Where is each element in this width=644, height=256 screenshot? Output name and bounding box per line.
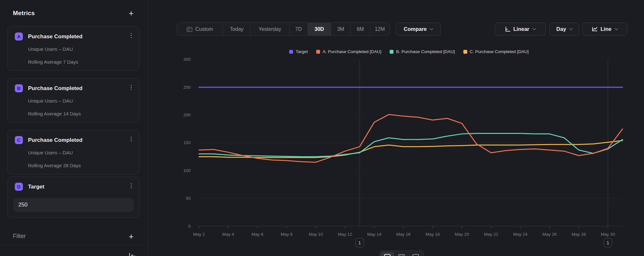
chevron-down-icon (614, 26, 618, 30)
svg-text:150: 150 (183, 140, 191, 145)
split-view-icon (398, 254, 405, 256)
range-30d[interactable]: 30D (308, 23, 331, 35)
metric-title: Purchase Completed (28, 137, 82, 143)
svg-text:May 14: May 14 (367, 232, 382, 237)
range-12m[interactable]: 12M (370, 23, 389, 35)
kebab-menu-icon[interactable] (129, 137, 133, 143)
range-7d[interactable]: 7D (289, 23, 308, 35)
granularity-button[interactable]: Day (549, 23, 579, 36)
collapse-sidebar-icon[interactable] (128, 252, 137, 256)
svg-text:0: 0 (188, 224, 191, 229)
svg-text:May 4: May 4 (222, 232, 234, 237)
range-3m[interactable]: 3M (331, 23, 351, 35)
range-today[interactable]: Today (223, 23, 251, 35)
chart-type-label: Line (601, 26, 611, 32)
series-line[interactable] (199, 133, 622, 157)
line-chart-icon (592, 27, 598, 32)
metric-title: Purchase Completed (28, 33, 82, 40)
svg-text:200: 200 (183, 113, 191, 117)
filter-label: Filter (13, 233, 26, 240)
svg-text:May 12: May 12 (338, 232, 352, 237)
sidebar-title: Metrics (13, 10, 35, 17)
svg-text:May 2: May 2 (193, 232, 205, 237)
chart-type-button[interactable]: Line (582, 23, 627, 36)
chart-view-icon (384, 254, 391, 256)
sidebar-divider (0, 245, 148, 245)
metric-measure: Unique Users – DAU (28, 46, 73, 52)
metric-card-a[interactable]: A Purchase Completed Unique Users – DAU … (7, 26, 139, 71)
kebab-menu-icon[interactable] (129, 85, 133, 91)
metric-card-c[interactable]: C Purchase Completed Unique Users – DAU … (7, 130, 139, 174)
svg-text:50: 50 (186, 196, 191, 201)
view-split-tab[interactable] (395, 252, 408, 256)
svg-text:May 10: May 10 (309, 232, 323, 237)
svg-text:May 30: May 30 (601, 232, 615, 237)
metric-card-b[interactable]: B Purchase Completed Unique Users – DAU … (7, 78, 139, 123)
view-chart-tab[interactable] (381, 252, 394, 256)
calendar-icon (187, 27, 192, 32)
metric-transform: Rolling Average 7 Days (28, 59, 78, 65)
svg-text:May 8: May 8 (281, 232, 293, 237)
metrics-sidebar: Metrics + A Purchase Completed Unique Us… (0, 0, 148, 256)
svg-text:May 22: May 22 (484, 232, 498, 237)
granularity-label: Day (556, 26, 566, 32)
compare-button[interactable]: Compare (396, 23, 441, 36)
kebab-menu-icon[interactable] (129, 183, 133, 190)
range-6m[interactable]: 6M (351, 23, 370, 35)
target-value-input[interactable] (13, 198, 134, 212)
scale-label: Linear (513, 26, 529, 32)
view-table-tab[interactable] (409, 252, 422, 256)
series-line[interactable] (199, 141, 622, 158)
axis-icon (505, 27, 510, 32)
range-yesterday[interactable]: Yesterday (251, 23, 289, 35)
chevron-down-icon (569, 26, 573, 30)
metric-transform: Rolling Average 14 Days (28, 111, 81, 116)
svg-text:May 26: May 26 (542, 232, 556, 237)
metric-badge: D (15, 183, 23, 191)
annotation-badge[interactable]: 1 (355, 238, 364, 247)
line-chart[interactable]: 050100150200250300May 2May 4May 6May 8Ma… (174, 42, 644, 256)
metric-title: Target (28, 184, 44, 190)
compare-label: Compare (404, 26, 427, 32)
svg-text:100: 100 (183, 168, 191, 173)
sidebar-header: Metrics + (13, 10, 134, 17)
metric-measure: Unique Users – DAU (28, 98, 73, 104)
chevron-down-icon (532, 26, 536, 30)
add-filter-button[interactable]: + (129, 233, 134, 240)
metric-badge: B (15, 84, 23, 92)
filter-section: Filter + (13, 233, 134, 240)
range-custom[interactable]: Custom (177, 23, 223, 35)
metric-transform: Rolling Average 28 Days (28, 163, 81, 168)
metric-badge: A (15, 32, 23, 41)
metric-measure: Unique Users – DAU (28, 150, 73, 155)
metric-badge: C (15, 136, 23, 144)
svg-text:May 6: May 6 (251, 232, 263, 237)
scale-button[interactable]: Linear (495, 23, 546, 36)
metric-title: Purchase Completed (28, 85, 82, 92)
svg-text:May 20: May 20 (455, 232, 469, 237)
svg-text:300: 300 (183, 57, 191, 62)
add-metric-button[interactable]: + (129, 10, 134, 16)
kebab-menu-icon[interactable] (129, 33, 133, 40)
svg-text:May 16: May 16 (396, 232, 411, 237)
date-range-selector: Custom Today Yesterday 7D 30D 3M 6M 12M (177, 23, 390, 36)
table-view-icon (412, 254, 419, 256)
svg-text:250: 250 (183, 85, 191, 90)
svg-text:May 28: May 28 (572, 232, 586, 237)
chevron-down-icon (430, 26, 433, 30)
annotation-badge[interactable]: 1 (604, 238, 612, 247)
svg-text:May 18: May 18 (426, 232, 440, 237)
svg-text:May 24: May 24 (513, 232, 528, 237)
view-mode-toggle (379, 251, 424, 256)
series-line[interactable] (199, 114, 622, 162)
target-card: D Target (7, 177, 139, 218)
